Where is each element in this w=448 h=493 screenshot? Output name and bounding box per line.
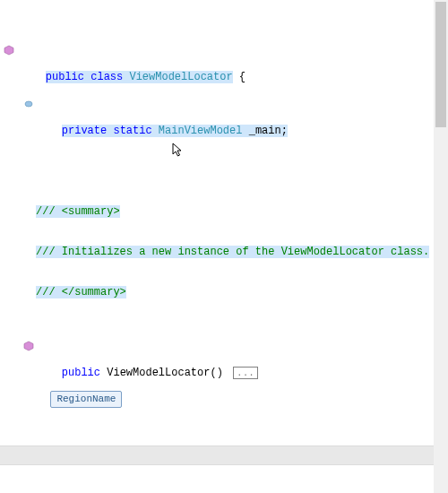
keyword: class	[90, 71, 123, 83]
type-name: MainViewModel	[159, 125, 243, 137]
code-line[interactable]: /// Initializes a new instance of the Vi…	[0, 246, 448, 259]
code-editor[interactable]: public class ViewModelLocator { private …	[0, 0, 448, 493]
code-line[interactable]: public ViewModelLocator() ...	[0, 340, 448, 353]
method-separator	[0, 445, 448, 465]
field-glyph-icon	[23, 99, 34, 109]
scrollbar-thumb[interactable]	[435, 2, 446, 127]
keyword: static	[113, 125, 151, 137]
vertical-scrollbar[interactable]	[434, 0, 448, 493]
code-line[interactable]: /// </summary>	[0, 286, 448, 299]
identifier: ViewModelLocator()	[107, 367, 223, 379]
keyword: private	[62, 125, 107, 137]
code-line[interactable]: /// <summary>	[0, 205, 448, 219]
region-chip[interactable]: RegionName	[50, 391, 122, 408]
blank-line[interactable]	[0, 151, 448, 165]
svg-point-0	[25, 101, 32, 107]
text: {	[233, 71, 246, 83]
xml-doc-comment: /// Initializes a new instance of the Vi…	[36, 246, 429, 258]
code-line[interactable]: public class ViewModelLocator {	[0, 44, 448, 57]
code-line[interactable]: private static MainViewModel _main;	[0, 98, 448, 111]
type-name: ViewModelLocator	[129, 71, 232, 83]
method-glyph-icon	[4, 45, 14, 56]
method-glyph-icon	[23, 341, 34, 351]
keyword: public	[62, 367, 100, 379]
xml-doc-comment: /// <summary>	[36, 205, 120, 218]
keyword: public	[46, 71, 84, 83]
xml-doc-comment: /// </summary>	[36, 286, 126, 298]
identifier: _main;	[249, 125, 288, 137]
collapsed-block[interactable]: ...	[233, 367, 258, 379]
